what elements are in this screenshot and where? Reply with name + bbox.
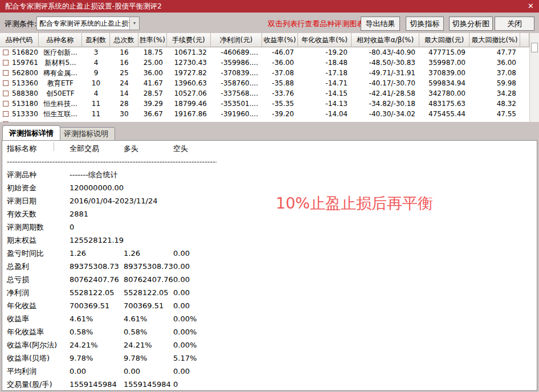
cell-code: 159761 — [0, 58, 39, 68]
metric-long: 1559145984 — [124, 378, 173, 391]
metric-short: 0 — [173, 378, 299, 391]
table-row[interactable]: 588380创50ETF41428.5710527.06-337568....-… — [0, 88, 529, 99]
row-checkbox[interactable] — [3, 111, 9, 117]
column-header-wins[interactable]: 盈利数 — [82, 33, 110, 47]
metric-all: 80762407.76 — [70, 273, 124, 286]
hint-text: 双击列表行查看品种评测图表 — [268, 19, 364, 29]
column-header-win-rate[interactable]: 胜率(%) — [138, 33, 167, 47]
metrics-list: 指标名称 全部交易 多头 空头 ------------------------… — [2, 141, 537, 391]
cell-win-rate: 25.00 — [138, 58, 167, 68]
metric-row: 评测品种-------综合统计 — [7, 168, 537, 181]
cell-return: -39.20 — [262, 109, 298, 119]
metric-row: 净利润5528122.055528122.050.00 — [7, 286, 537, 299]
cell-win-rate: 36.00 — [138, 68, 167, 78]
condition-select[interactable]: 配合专家测评系统的止盈止损设 ▾ — [36, 17, 140, 30]
column-header-annual-return[interactable]: 年化收益率(%) — [298, 33, 352, 47]
metric-row: 交易量(股/手)155914598415591459840 — [7, 378, 537, 391]
cell-name: 医疗创新... — [39, 47, 82, 58]
metric-row: 评测周期数0 — [7, 220, 537, 234]
column-header-fee[interactable]: 手续费(元) — [167, 33, 211, 47]
row-checkbox[interactable] — [3, 91, 9, 96]
close-button[interactable]: 关闭 — [495, 17, 534, 31]
vertical-scrollbar[interactable] — [529, 33, 539, 122]
scrollbar-thumb[interactable] — [531, 43, 538, 52]
cell-max-drawdown-pct: 59.98 — [469, 78, 520, 88]
code-text: 513360 — [12, 78, 38, 88]
column-header-trades[interactable]: 总次数 — [110, 33, 138, 47]
switch-indicator-button[interactable]: 切换指标 — [406, 17, 444, 31]
metric-all: 9.78% — [70, 352, 124, 365]
table-row[interactable]: 516820医疗创新...31618.7510671.32-460689....… — [0, 47, 529, 58]
cell-wins: 10 — [82, 78, 110, 88]
close-icon[interactable]: ✕ — [528, 0, 534, 13]
table-row[interactable]: 159761新材料5...41625.0012730.43-359986....… — [0, 58, 529, 68]
cell-annual-return: -14.15 — [298, 88, 352, 99]
metric-label: 总亏损 — [7, 273, 70, 286]
metric-label: 期末权益 — [7, 234, 70, 247]
table-row[interactable]: 513330恒生互联...113036.6719167.86-391960...… — [0, 109, 529, 119]
tab-indicator-description[interactable]: 评测指标说明 — [57, 127, 115, 140]
row-checkbox[interactable] — [3, 101, 9, 107]
row-checkbox[interactable] — [3, 50, 9, 55]
row-checkbox[interactable] — [3, 70, 9, 76]
column-header-code[interactable]: 品种代码 — [0, 33, 39, 47]
metric-long: 0.00 — [124, 365, 173, 378]
metric-all: 0.00 — [70, 365, 124, 378]
cell-alpha-beta: -40.30/-34.02 — [352, 109, 419, 119]
table-row[interactable]: 513360教育ETF102441.6713960.63-358760....-… — [0, 78, 529, 88]
cell-max-drawdown: 359987.00 — [419, 58, 469, 68]
cell-trades: 16 — [110, 47, 138, 58]
metric-short: 0.00 — [173, 260, 299, 273]
column-header-alpha-beta[interactable]: 相对收益率α/β(%) — [352, 33, 419, 47]
cell-trades: 25 — [110, 68, 138, 78]
toolbar: 评测条件: 配合专家测评系统的止盈止损设 ▾ 双击列表行查看品种评测图表 导出结… — [0, 13, 539, 33]
column-header-name[interactable]: 品种名称 — [39, 33, 82, 47]
metric-all: 120000000.00 — [70, 181, 124, 194]
row-checkbox[interactable] — [3, 80, 9, 86]
table-row[interactable]: 562800稀有金属...92536.0019727.82-370839....… — [0, 68, 529, 78]
cell-return: -36.00 — [262, 58, 298, 68]
cell-code: 513330 — [0, 109, 39, 119]
metric-row: 有效天数2881 — [7, 207, 537, 220]
metric-label: 净利润 — [7, 286, 70, 299]
metrics-header-long: 多头 — [124, 142, 173, 155]
cell-code: 588380 — [0, 88, 39, 99]
results-table-body: 516820医疗创新...31618.7510671.32-460689....… — [0, 47, 529, 122]
metric-short: 0.00 — [173, 299, 299, 312]
switch-analysis-chart-button[interactable]: 切换分析图 — [449, 17, 493, 31]
cell-wins: 9 — [82, 68, 110, 78]
row-checkbox[interactable] — [3, 60, 9, 66]
code-text: 516820 — [12, 47, 38, 58]
cell-win-rate: 28.57 — [138, 88, 167, 99]
metric-short: 5.17% — [173, 352, 299, 365]
cell-return: -46.07 — [262, 47, 298, 58]
column-header-max-drawdown-pct[interactable]: 最大回撤比(%) — [469, 33, 520, 47]
metric-all: -------综合统计 — [70, 168, 124, 181]
column-header-return[interactable]: 收益率(%) — [262, 33, 298, 47]
cell-max-drawdown-pct: 34.28 — [469, 88, 520, 99]
metric-short: 0.00% — [173, 312, 299, 325]
cell-win-rate: 39.29 — [138, 99, 167, 109]
metric-all: 2016/01/04-2023/11/24 — [70, 194, 124, 207]
column-header-net-profit[interactable]: 净利润(元) — [211, 33, 262, 47]
export-results-button[interactable]: 导出结果 — [361, 17, 400, 31]
column-header-max-drawdown[interactable]: 最大回撤(元) — [419, 33, 469, 47]
metric-short: 0.00 — [173, 273, 299, 286]
metric-label: 平均利润 — [7, 365, 70, 378]
cell-trades: 14 — [110, 88, 138, 99]
tab-indicator-details[interactable]: 评测指标详情 — [2, 125, 60, 140]
table-row[interactable]: 513180恒生科技...112839.2918799.46-353501...… — [0, 99, 529, 109]
metric-label: 年化收益 — [7, 299, 70, 312]
metric-label: 初始资金 — [7, 181, 70, 194]
cell-return: -37.08 — [262, 68, 298, 78]
header-column-divider — [54, 142, 54, 151]
cell-wins: 4 — [82, 88, 110, 99]
metric-short: 0.00% — [173, 325, 299, 338]
chevron-down-icon[interactable]: ▾ — [129, 17, 139, 30]
cell-fee: 10527.06 — [167, 88, 211, 99]
cell-net-profit: -353501.... — [211, 99, 262, 109]
title-bar: 配合专家测评系统的止盈止损设置-股债平衡测评2 ✕ — [0, 0, 539, 13]
metric-row: 初始资金120000000.00 — [7, 181, 537, 194]
cell-annual-return: -17.18 — [298, 68, 352, 78]
cell-alpha-beta: -34.82/-30.18 — [352, 99, 419, 109]
